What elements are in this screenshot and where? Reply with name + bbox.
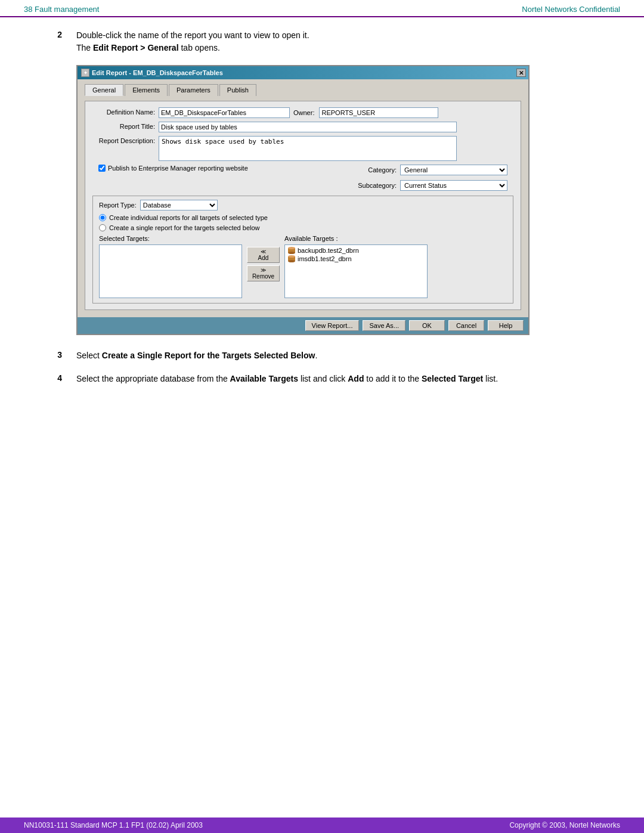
svg-point-4 [288,255,295,258]
step-3-row: 3 Select Create a Single Report for the … [48,349,596,362]
dialog-body: General Elements Parameters Publish Defi… [78,79,528,316]
step-4-text: Select the appropriate database from the… [76,373,596,385]
available-targets-col: Available Targets : backupdb.test2_dbrn [284,235,428,298]
step-2-number: 2 [48,29,62,39]
svg-point-1 [288,247,295,249]
radio1-row: Create individual reports for all target… [99,214,507,221]
tab-bar: General Elements Parameters Publish [85,84,521,96]
selected-targets-list[interactable] [99,244,242,298]
header-right: Nortel Networks Confidential [522,5,620,14]
selected-targets-col: Selected Targets: [99,235,242,298]
db-icon-1 [287,247,296,254]
report-title-row: Report Title: [92,122,513,132]
radio-single[interactable] [99,224,106,231]
add-button[interactable]: ≪ Add [247,247,280,263]
definition-name-row: Definition Name: Owner: [92,107,513,118]
add-label: Add [258,255,269,261]
tab-parameters[interactable]: Parameters [169,84,218,96]
report-type-select[interactable]: Database [140,200,218,210]
available-targets-label: Available Targets : [284,235,428,242]
radio-individual[interactable] [99,214,106,221]
category-label: Category: [349,166,397,174]
step-4-number: 4 [48,373,62,383]
targets-area: Selected Targets: ≪ Add ≫ Remove [99,235,507,298]
svg-point-5 [288,260,295,262]
cancel-button[interactable]: Cancel [448,320,484,331]
dialog-titlebar: ✦ Edit Report - EM_DB_DiskspaceForTables… [78,66,528,79]
page-footer: NN10031-111 Standard MCP 1.1 FP1 (02.02)… [0,817,644,833]
header-left: 38 Fault management [24,5,99,14]
help-button[interactable]: Help [488,320,524,331]
step-2-row: 2 Double-click the name of the report yo… [48,29,596,54]
category-select[interactable]: General [400,165,507,175]
step-3-text: Select Create a Single Report for the Ta… [76,349,596,362]
svg-point-2 [288,252,295,254]
tab-panel-general: Definition Name: Owner: Report Title: Re… [85,101,521,310]
subcategory-row: Subcategory: Current Status [349,180,507,191]
remove-arrow: ≫ [261,267,266,273]
remove-button[interactable]: ≫ Remove [247,265,280,281]
save-as-button[interactable]: Save As... [363,320,405,331]
category-row: Category: General [349,165,507,175]
add-arrow: ≪ [261,249,266,255]
dialog-screenshot: ✦ Edit Report - EM_DB_DiskspaceForTables… [76,65,530,335]
remove-label: Remove [252,273,274,280]
ok-button[interactable]: OK [409,320,445,331]
step-2-text: Double-click the name of the report you … [76,29,596,54]
dialog-title: ✦ Edit Report - EM_DB_DiskspaceForTables [81,69,223,77]
footer-right: Copyright © 2003, Nortel Networks [509,821,620,829]
definition-name-label: Definition Name: [92,107,155,116]
report-type-group: Report Type: Database Create individual … [92,196,513,304]
transfer-buttons: ≪ Add ≫ Remove [247,235,280,281]
tab-publish[interactable]: Publish [219,84,256,96]
step-3-number: 3 [48,349,62,360]
tab-elements[interactable]: Elements [125,84,168,96]
radio1-label: Create individual reports for all target… [109,214,268,221]
publish-checkbox-label: Publish to Enterprise Manager reporting … [108,165,248,172]
owner-input[interactable] [319,107,438,118]
main-content: 2 Double-click the name of the report yo… [0,17,644,408]
view-report-button[interactable]: View Report... [305,320,360,331]
owner-row: Owner: [293,107,438,118]
subcategory-select[interactable]: Current Status [400,180,507,191]
report-type-row: Report Type: Database [99,200,507,210]
dialog-app-icon: ✦ [81,69,89,77]
owner-label: Owner: [293,109,314,116]
publish-checkbox-row: Publish to Enterprise Manager reporting … [98,165,248,172]
footer-left: NN10031-111 Standard MCP 1.1 FP1 (02.02)… [24,821,203,829]
step-4-row: 4 Select the appropriate database from t… [48,373,596,385]
available-item-2: imsdb1.test2_dbrn [286,255,426,263]
report-desc-row: Report Description: [92,136,513,161]
dialog-button-bar: View Report... Save As... OK Cancel Help [78,317,528,334]
report-type-label: Report Type: [99,202,137,209]
page-header: 38 Fault management Nortel Networks Conf… [0,0,644,17]
db-icon-2 [287,255,296,262]
report-title-label: Report Title: [92,122,155,130]
available-item-1: backupdb.test2_dbrn [286,246,426,255]
tab-general[interactable]: General [85,84,123,96]
radio2-label: Create a single report for the targets s… [109,224,260,231]
available-targets-list[interactable]: backupdb.test2_dbrn imsdb1.test2_dbrn [284,244,428,298]
report-title-input[interactable] [159,122,457,132]
publish-checkbox[interactable] [98,165,106,172]
subcategory-label: Subcategory: [349,182,397,189]
report-desc-textarea[interactable] [159,136,457,161]
selected-targets-label: Selected Targets: [99,235,242,242]
radio2-row: Create a single report for the targets s… [99,224,507,231]
dialog-close-button[interactable]: ✕ [516,69,526,77]
definition-name-input[interactable] [159,107,290,118]
report-desc-label: Report Description: [92,136,155,144]
